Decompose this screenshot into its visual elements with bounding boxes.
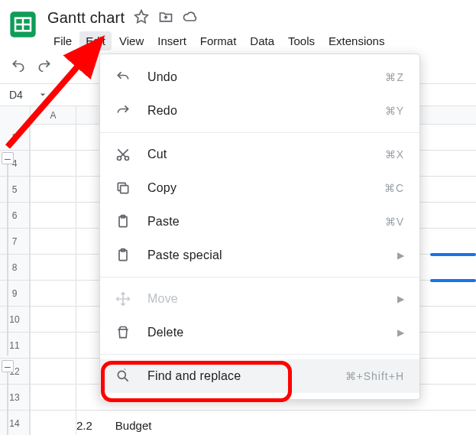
- submenu-arrow-icon: ▶: [397, 250, 404, 261]
- row-header[interactable]: 9: [0, 281, 30, 307]
- row-header[interactable]: 6: [0, 203, 30, 229]
- google-sheets-logo: [8, 9, 38, 40]
- cut-icon: [115, 147, 131, 162]
- cell[interactable]: [31, 411, 76, 435]
- undo-button[interactable]: [11, 58, 26, 76]
- shortcut-label: ⌘C: [384, 182, 404, 194]
- svg-rect-6: [121, 186, 128, 193]
- menu-view[interactable]: View: [113, 31, 150, 50]
- cloud-status-icon[interactable]: [183, 9, 198, 27]
- paste-icon: [115, 214, 131, 229]
- paste-icon: [115, 248, 131, 263]
- row-header[interactable]: 5: [0, 177, 30, 203]
- cell[interactable]: [31, 151, 76, 176]
- row-header[interactable]: 10: [0, 307, 30, 333]
- menu-item-label: Redo: [147, 104, 368, 118]
- menu-item-move: Move▶: [100, 282, 419, 316]
- redo-button[interactable]: [37, 58, 52, 76]
- cell[interactable]: [31, 203, 76, 228]
- delete-icon: [115, 325, 131, 340]
- cell[interactable]: [31, 281, 76, 306]
- gantt-bar: [430, 253, 476, 256]
- menu-tools[interactable]: Tools: [282, 31, 321, 50]
- shortcut-label: ⌘+Shift+H: [345, 370, 404, 382]
- svg-point-4: [118, 157, 121, 161]
- row-header[interactable]: 3: [0, 125, 30, 151]
- edit-menu-dropdown: Undo⌘ZRedo⌘YCut⌘XCopy⌘CPaste⌘VPaste spec…: [99, 54, 420, 400]
- row-header[interactable]: 13: [0, 385, 30, 411]
- menu-item-label: Undo: [147, 70, 368, 84]
- move-to-folder-icon[interactable]: [158, 9, 173, 27]
- row-header[interactable]: 11: [0, 333, 30, 359]
- menu-separator: [100, 132, 419, 133]
- menu-item-label: Paste: [147, 215, 368, 229]
- menu-item-find-and-replace[interactable]: Find and replace⌘+Shift+H: [100, 359, 419, 393]
- row-header[interactable]: 7: [0, 229, 30, 255]
- svg-point-5: [125, 157, 129, 161]
- menu-separator: [100, 277, 419, 278]
- cell[interactable]: [31, 229, 76, 254]
- menu-item-delete[interactable]: Delete▶: [100, 316, 419, 349]
- menu-item-copy[interactable]: Copy⌘C: [100, 171, 419, 205]
- chevron-down-icon: [40, 92, 46, 98]
- shortcut-label: ⌘Y: [385, 105, 404, 117]
- star-icon[interactable]: [134, 9, 149, 27]
- menu-data[interactable]: Data: [244, 31, 280, 50]
- menu-item-undo[interactable]: Undo⌘Z: [100, 60, 419, 94]
- menu-item-label: Copy: [147, 181, 368, 195]
- menu-item-paste[interactable]: Paste⌘V: [100, 205, 419, 239]
- cell[interactable]: [31, 307, 76, 332]
- find-icon: [115, 368, 131, 384]
- menu-file[interactable]: File: [47, 31, 78, 50]
- menu-edit[interactable]: Edit: [79, 31, 112, 50]
- group-toggle[interactable]: –: [2, 152, 14, 164]
- row-header[interactable]: 14: [0, 411, 30, 435]
- menu-separator: [100, 354, 419, 355]
- shortcut-label: ⌘V: [385, 216, 404, 228]
- shortcut-label: ⌘X: [385, 148, 404, 161]
- cell[interactable]: [31, 125, 76, 150]
- document-title[interactable]: Gantt chart: [47, 9, 125, 27]
- redo-icon: [115, 103, 131, 118]
- row-header[interactable]: 8: [0, 255, 30, 281]
- name-box[interactable]: D4: [9, 89, 46, 101]
- cell[interactable]: [31, 333, 76, 358]
- gantt-bar: [430, 279, 476, 282]
- cell[interactable]: [31, 255, 76, 280]
- menu-item-label: Delete: [147, 326, 380, 339]
- menu-item-cut[interactable]: Cut⌘X: [100, 138, 419, 171]
- submenu-arrow-icon: ▶: [397, 327, 404, 338]
- menu-item-label: Paste special: [147, 248, 380, 262]
- column-header[interactable]: A: [31, 106, 76, 124]
- menu-item-paste-special[interactable]: Paste special▶: [100, 239, 419, 272]
- menu-format[interactable]: Format: [194, 31, 243, 50]
- cell-value: Budget: [115, 419, 152, 432]
- menu-item-label: Find and replace: [147, 369, 329, 383]
- cell-value: 2.2: [76, 419, 92, 432]
- menu-item-label: Move: [147, 292, 380, 306]
- move-icon: [115, 291, 131, 307]
- submenu-arrow-icon: ▶: [397, 294, 404, 304]
- copy-icon: [115, 180, 131, 196]
- name-box-value: D4: [9, 89, 23, 101]
- cell[interactable]: [31, 177, 76, 202]
- menu-item-redo[interactable]: Redo⌘Y: [100, 94, 419, 128]
- menu-insert[interactable]: Insert: [151, 31, 193, 50]
- menu-extensions[interactable]: Extensions: [322, 31, 390, 50]
- cell[interactable]: [31, 359, 76, 384]
- menubar: File Edit View Insert Format Data Tools …: [47, 31, 390, 50]
- shortcut-label: ⌘Z: [385, 71, 404, 83]
- undo-icon: [115, 70, 131, 85]
- group-toggle[interactable]: –: [2, 360, 14, 372]
- svg-point-11: [118, 371, 125, 378]
- menu-item-label: Cut: [147, 148, 368, 161]
- cell[interactable]: [31, 385, 76, 410]
